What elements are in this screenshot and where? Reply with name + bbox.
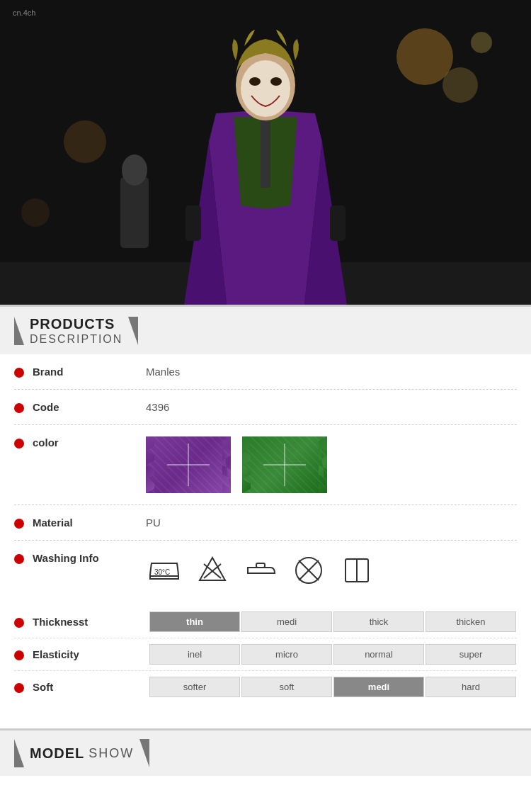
brand-dot-icon — [14, 368, 24, 378]
svg-rect-13 — [330, 205, 346, 241]
soft-cell-soft: soft — [241, 677, 332, 697]
svg-point-3 — [471, 32, 492, 53]
slash-left-icon — [14, 317, 24, 345]
soft-dot-icon — [14, 683, 24, 693]
svg-point-5 — [21, 198, 50, 227]
svg-text:30°C: 30°C — [154, 568, 170, 576]
svg-point-1 — [396, 28, 453, 85]
color-dot-icon — [14, 439, 24, 449]
code-row: Code 4396 — [14, 390, 517, 425]
soft-label: Soft — [33, 681, 146, 693]
material-value: PU — [146, 517, 517, 529]
elasticity-cell-normal: normal — [333, 644, 424, 665]
svg-rect-20 — [256, 563, 265, 568]
soft-row: Soft softer soft medi hard — [14, 671, 517, 703]
thickness-cell-thick: thick — [333, 611, 424, 632]
color-row: color — [14, 425, 517, 505]
soft-cell-medi: medi — [333, 677, 424, 697]
brand-row: Brand Manles — [14, 354, 517, 390]
code-value: 4396 — [146, 401, 517, 413]
thickness-cells: thin medi thick thicken — [149, 611, 517, 632]
svg-point-9 — [241, 60, 290, 117]
soft-cell-hard: hard — [426, 677, 516, 697]
svg-point-10 — [249, 77, 261, 86]
model-slash-left-icon — [14, 739, 24, 767]
material-dot-icon — [14, 519, 24, 529]
soft-cells: softer soft medi hard — [149, 677, 517, 697]
elasticity-cell-super: super — [426, 644, 516, 665]
dry-clean-icon — [338, 552, 375, 589]
elasticity-cells: inel micro normal super — [149, 644, 517, 665]
svg-rect-14 — [120, 177, 149, 248]
no-tumble-dry-icon — [290, 552, 327, 589]
hero-image: cn.4ch — [0, 0, 531, 305]
product-details: Brand Manles Code 4396 color — [0, 354, 531, 600]
svg-rect-7 — [261, 117, 270, 188]
washing-row: Washing Info 30°C — [14, 541, 517, 600]
thickness-cell-medi: medi — [241, 611, 332, 632]
elasticity-cell-inel: inel — [149, 644, 240, 665]
svg-rect-12 — [185, 205, 201, 241]
iron-icon — [242, 552, 279, 589]
elasticity-label: Elasticity — [33, 648, 146, 660]
swatch-green[interactable] — [242, 436, 327, 493]
washing-label: Washing Info — [33, 552, 146, 564]
material-label: Material — [33, 517, 146, 529]
products-title-light: DESCRIPTION — [30, 332, 122, 346]
model-title-light: SHOW — [88, 746, 134, 761]
thickness-row: Thicknesst thin medi thick thicken — [14, 606, 517, 638]
svg-point-4 — [64, 120, 106, 163]
model-slash-right-icon — [139, 739, 149, 767]
svg-point-2 — [442, 67, 478, 103]
products-title-bold: PRODUCTS — [30, 315, 122, 332]
code-label: Code — [33, 401, 146, 413]
color-label: color — [33, 436, 146, 449]
slash-right-icon — [128, 317, 138, 345]
washing-dot-icon — [14, 554, 24, 564]
wash-30c-icon: 30°C — [146, 552, 183, 589]
model-show-header: MODEL SHOW — [0, 728, 531, 776]
scale-properties: Thicknesst thin medi thick thicken Elast… — [0, 600, 531, 714]
color-swatches-container — [146, 436, 517, 493]
thickness-cell-thin: thin — [149, 611, 240, 632]
thickness-label: Thicknesst — [33, 616, 146, 628]
model-title-bold: MODEL — [30, 745, 84, 762]
brand-value: Manles — [146, 366, 517, 378]
hero-svg: cn.4ch — [0, 0, 531, 305]
washing-icons: 30°C — [146, 552, 517, 589]
soft-cell-softer: softer — [149, 677, 240, 697]
svg-point-15 — [122, 154, 147, 186]
thickness-dot-icon — [14, 618, 24, 628]
elasticity-cell-micro: micro — [241, 644, 332, 665]
thickness-cell-thicken: thicken — [426, 611, 516, 632]
no-bleach-icon — [194, 552, 231, 589]
material-row: Material PU — [14, 505, 517, 541]
products-description-header: PRODUCTS DESCRIPTION — [0, 305, 531, 354]
brand-label: Brand — [33, 366, 146, 378]
swatch-purple[interactable] — [146, 436, 231, 493]
code-dot-icon — [14, 403, 24, 413]
svg-point-11 — [270, 77, 282, 86]
elasticity-row: Elasticity inel micro normal super — [14, 638, 517, 671]
svg-text:cn.4ch: cn.4ch — [13, 9, 35, 17]
elasticity-dot-icon — [14, 650, 24, 660]
